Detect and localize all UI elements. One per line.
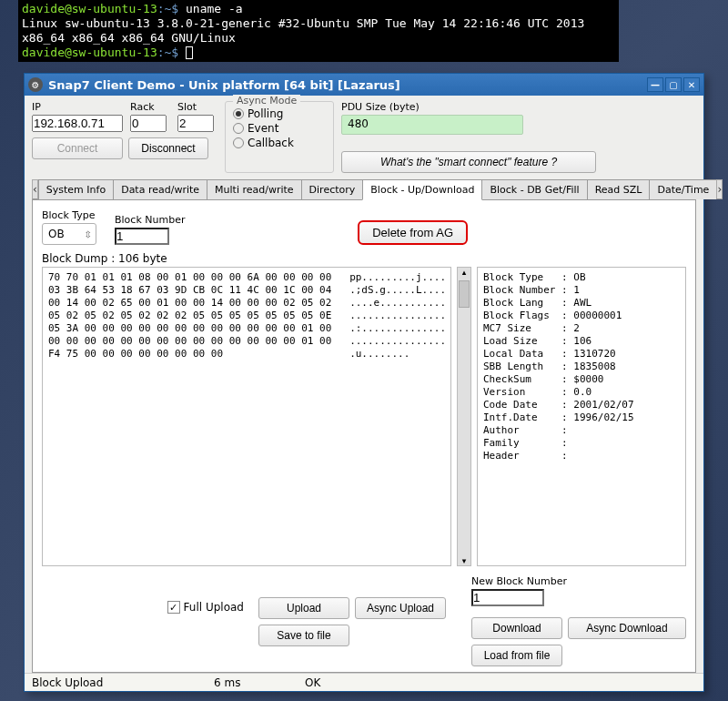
term-prompt: davide@sw-ubuntu-13 [22, 2, 157, 15]
dump-label: Block Dump : 106 byte [42, 252, 686, 265]
status-action: Block Upload [25, 676, 207, 689]
block-type-select[interactable]: OB [42, 223, 96, 245]
close-button[interactable]: ✕ [683, 77, 700, 92]
smart-connect-button[interactable]: What's the "smart connect" feature ? [341, 151, 596, 173]
new-block-input[interactable] [471, 589, 544, 606]
window-title: Snap7 Client Demo - Unix platform [64 bi… [48, 78, 400, 92]
maximize-button[interactable]: ▢ [665, 77, 682, 92]
slot-input[interactable] [177, 115, 214, 132]
hex-scrollbar[interactable] [457, 267, 471, 566]
tab-data-rw[interactable]: Data read/write [113, 179, 207, 199]
radio-callback[interactable]: Callback [233, 137, 326, 149]
tab-datetime[interactable]: Date/Time [649, 179, 717, 199]
async-legend: Async Mode [233, 95, 300, 107]
status-time: 6 ms [207, 676, 298, 689]
tab-directory[interactable]: Directory [301, 179, 364, 199]
app-icon: ⚙ [28, 77, 43, 92]
checkbox-icon: ✓ [167, 601, 180, 614]
rack-label: Rack [130, 101, 170, 113]
delete-from-ag-button[interactable]: Delete from AG [358, 220, 468, 245]
tab-read-szl[interactable]: Read SZL [587, 179, 651, 199]
block-number-label: Block Number [115, 214, 185, 226]
pdu-value: 480 [341, 115, 523, 135]
load-from-file-button[interactable]: Load from file [471, 645, 562, 666]
connect-button[interactable]: Connect [32, 137, 123, 159]
tab-block-updown[interactable]: Block - Up/Download [362, 179, 482, 200]
terminal-window: davide@sw-ubuntu-13:~$ uname -a Linux sw… [18, 0, 619, 62]
tab-system-info[interactable]: System Info [38, 179, 114, 199]
block-number-input[interactable] [115, 228, 169, 245]
minimize-button[interactable]: — [647, 77, 663, 92]
upload-button[interactable]: Upload [258, 597, 349, 619]
full-upload-check[interactable]: ✓ Full Upload [167, 601, 244, 614]
radio-event[interactable]: Event [233, 122, 326, 135]
block-info: Block Type : OB Block Number : 1 Block L… [477, 267, 686, 566]
radio-polling[interactable]: Polling [233, 107, 326, 120]
titlebar[interactable]: ⚙ Snap7 Client Demo - Unix platform [64 … [25, 74, 703, 96]
slot-label: Slot [177, 101, 217, 113]
save-to-file-button[interactable]: Save to file [258, 625, 349, 646]
block-type-label: Block Type [42, 209, 96, 221]
new-block-label: New Block Number [471, 575, 686, 587]
hex-dump[interactable]: 70 70 01 01 01 08 00 01 00 00 00 6A 00 0… [42, 267, 451, 566]
async-download-button[interactable]: Async Download [568, 617, 686, 639]
tab-strip: ‹ System Info Data read/write Multi read… [32, 178, 696, 200]
tab-block-db[interactable]: Block - DB Get/Fill [481, 179, 587, 199]
ip-input[interactable] [32, 115, 123, 132]
rack-input[interactable] [130, 115, 167, 132]
download-button[interactable]: Download [471, 617, 562, 639]
pdu-label: PDU Size (byte) [341, 101, 696, 113]
status-result: OK [298, 676, 328, 689]
async-upload-button[interactable]: Async Upload [355, 597, 446, 619]
ip-label: IP [32, 101, 123, 113]
tab-scroll-right[interactable]: › [716, 179, 723, 199]
tab-scroll-left[interactable]: ‹ [32, 179, 38, 199]
tab-multi-rw[interactable]: Multi read/write [207, 179, 302, 199]
disconnect-button[interactable]: Disconnect [128, 137, 208, 159]
terminal-cursor-icon [186, 46, 193, 59]
app-window: ⚙ Snap7 Client Demo - Unix platform [64 … [24, 73, 704, 692]
tab-body: Block Type OB Block Number Delete from A… [32, 200, 696, 673]
status-bar: Block Upload 6 ms OK [25, 673, 703, 691]
